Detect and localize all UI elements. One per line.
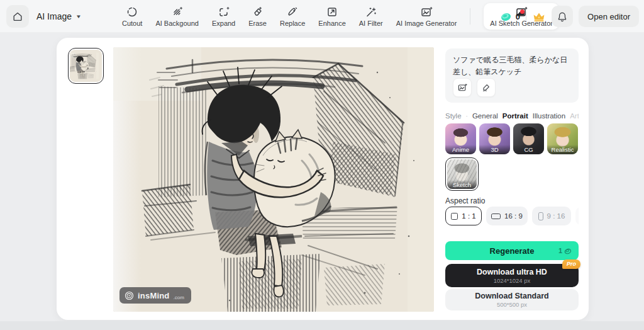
style-card-label: Anime [445,145,476,154]
style-tab-illustration[interactable]: Illustration [533,112,565,120]
generator-settings-panel: ソファで眠る三毛猫、柔らかな日差し、鉛筆スケッチ [445,47,579,312]
download-ultra-hd-button[interactable]: Download ultra HD 1024*1024 px Pro [445,264,579,287]
tool-label: Replace [280,20,305,27]
style-card-sketch-selected[interactable]: Sketch [445,157,479,191]
top-navbar: AI Image ▼ Cutout AI Backgound [0,0,644,33]
style-card-realistic[interactable]: Realistic [547,123,578,154]
aspect-option-9-16[interactable]: 9 : 16 [532,207,571,225]
tools-toolbar: Cutout AI Backgound [122,0,559,33]
credits-count: 0 [516,12,520,21]
erase-icon [252,6,264,18]
ai-image-app: AI Image ▼ Cutout AI Backgound [0,0,644,330]
chevron-down-icon: ▼ [75,14,82,20]
style-card-list: Anime 3D CG Realistic [445,123,578,154]
open-editor-label: Open editor [587,12,630,21]
aspect-option-label: 1 : 1 [462,212,475,220]
tool-label: AI Image Generator [396,20,457,27]
watermark-suffix: .com [174,295,184,300]
generated-sketch-image [113,47,434,312]
style-tab-art[interactable]: Art [570,112,579,120]
style-card-cg[interactable]: CG [513,123,544,154]
tool-label: Erase [248,20,267,27]
aspect-ratio-options: 1 : 1 16 : 9 9 : 16 [445,207,579,225]
tool-replace[interactable]: Replace [280,6,305,27]
crown-icon [532,10,546,23]
image-canvas: insMind .com [113,47,434,312]
tool-label: AI Backgound [155,20,199,27]
ai-filter-icon [365,6,377,18]
aspect-ratio-label: Aspect ratio [445,196,485,205]
style-card-label: Realistic [547,145,578,154]
cutout-icon [126,6,138,18]
tool-ai-image-generator[interactable]: AI Image Generator [396,6,457,27]
insmind-logo-icon [125,291,134,300]
tool-cutout[interactable]: Cutout [122,6,142,27]
aspect-option-partial[interactable] [575,207,579,225]
image-plus-icon [457,82,467,93]
prompt-actions [453,78,496,97]
tool-label: Expand [212,20,235,27]
aspect-option-1-1[interactable]: 1 : 1 [445,207,482,225]
aspect-option-label: 16 : 9 [504,212,523,220]
toolbar-divider [470,8,470,25]
notification-dot [520,9,525,14]
style-tab-general[interactable]: General [472,112,498,120]
ai-image-generator-icon [420,6,433,18]
home-button[interactable] [6,5,29,28]
style-section-label: Style [445,112,462,120]
style-card-label: 3D [479,145,510,154]
tool-label: Cutout [122,20,142,27]
portrait-ratio-icon [538,212,543,220]
style-separator: · [466,113,468,120]
enhance-icon [326,6,338,18]
credits-indicator[interactable]: 0 [500,11,520,22]
app-title-dropdown[interactable]: AI Image ▼ [36,0,82,33]
upgrade-crown-button[interactable] [532,10,546,23]
generated-image-thumbnail[interactable] [68,48,104,84]
pen-sketch-icon [481,82,491,93]
style-card-label: Sketch [447,180,477,189]
regenerate-button[interactable]: Regenerate 1 [445,241,579,260]
download-standard-label: Download Standard [475,292,548,300]
ai-background-icon [171,6,184,18]
style-card-3d[interactable]: 3D [479,123,510,154]
replace-icon [286,6,299,18]
pro-badge: Pro [562,259,580,269]
bell-icon [557,11,567,22]
aspect-option-label: 9 : 16 [547,212,565,220]
tool-enhance[interactable]: Enhance [318,6,345,27]
open-editor-button[interactable]: Open editor [579,6,639,27]
style-card-label: CG [513,145,544,154]
tool-label: Enhance [318,20,345,27]
header-divider [526,11,526,21]
regenerate-label: Regenerate [490,246,535,256]
tool-label: AI Filter [359,20,383,27]
watermark-brand: insMind [138,291,170,300]
header-right-cluster: 0 Open editor [500,0,639,33]
tool-ai-background[interactable]: AI Backgound [155,6,199,27]
cost-coin-icon [564,248,572,254]
page-bottom-strip [0,321,644,330]
tool-expand[interactable]: Expand [212,6,235,27]
download-standard-button[interactable]: Download Standard 500*500 px [445,289,579,310]
style-card-anime[interactable]: Anime [445,123,476,154]
reference-image-button[interactable] [453,78,472,97]
aspect-option-16-9[interactable]: 16 : 9 [486,207,528,225]
regenerate-cost: 1 [558,241,572,260]
download-hd-label: Download ultra HD [477,268,547,276]
style-tab-portrait[interactable]: Portrait [502,112,528,120]
tool-ai-filter[interactable]: AI Filter [359,6,383,27]
home-icon [12,11,23,22]
tool-erase[interactable]: Erase [248,6,267,27]
edit-prompt-button[interactable] [477,78,496,97]
download-hd-size: 1024*1024 px [494,277,531,284]
generation-thumbnail-rail [68,48,104,84]
workspace-card: insMind .com ソファで眠る三毛猫、柔らかな日差し、鉛筆スケッチ [57,38,589,320]
generated-image-thumbnail-art [70,50,102,82]
style-tabs-row: Style · General Portrait Illustration Ar… [445,112,579,120]
notifications-button[interactable] [552,6,573,27]
prompt-box[interactable]: ソファで眠る三毛猫、柔らかな日差し、鉛筆スケッチ [445,48,579,103]
landscape-ratio-icon [491,213,501,219]
watermark-badge: insMind .com [119,287,191,304]
prompt-text: ソファで眠る三毛猫、柔らかな日差し、鉛筆スケッチ [453,54,571,77]
